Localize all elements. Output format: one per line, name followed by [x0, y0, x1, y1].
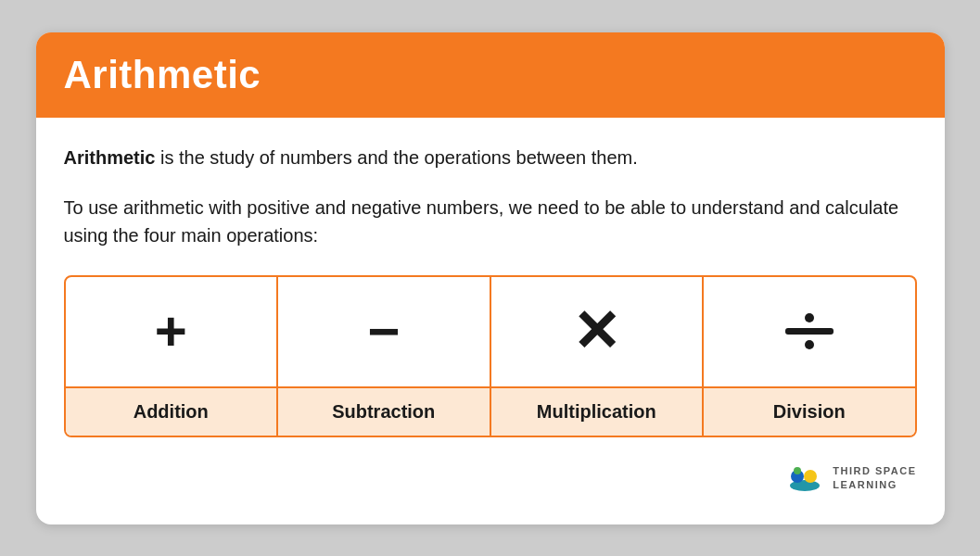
- operations-table: + − ✕ Addition: [64, 275, 917, 437]
- subtraction-label-cell: Subtraction: [278, 388, 491, 436]
- division-line: [785, 328, 834, 335]
- page-title: Arithmetic: [64, 53, 917, 97]
- minus-symbol: −: [367, 304, 400, 360]
- division-label: Division: [773, 401, 846, 423]
- description-2: To use arithmetic with positive and nega…: [64, 194, 917, 249]
- times-symbol: ✕: [572, 303, 620, 360]
- description-1: Arithmetic is the study of numbers and t…: [64, 144, 917, 171]
- logo-text: THIRD SPACE LEARNING: [833, 464, 916, 491]
- plus-symbol: +: [155, 304, 187, 360]
- card-body: Arithmetic is the study of numbers and t…: [36, 118, 945, 524]
- division-symbol-cell: [704, 277, 915, 386]
- multiplication-label: Multiplication: [537, 401, 656, 423]
- logo-line2: LEARNING: [833, 478, 897, 491]
- svg-point-2: [804, 470, 817, 483]
- division-dot-bottom: [805, 340, 814, 349]
- third-space-logo-icon: [784, 458, 825, 499]
- multiplication-label-cell: Multiplication: [491, 388, 705, 436]
- division-label-cell: Division: [704, 388, 915, 436]
- addition-label: Addition: [134, 401, 209, 423]
- logo-row: THIRD SPACE LEARNING: [64, 454, 917, 502]
- symbols-row: + − ✕: [66, 277, 915, 388]
- subtraction-symbol-cell: −: [278, 277, 491, 386]
- division-dot-top: [805, 313, 814, 322]
- description-bold: Arithmetic: [64, 147, 156, 168]
- logo-line1: THIRD SPACE: [833, 464, 916, 477]
- addition-label-cell: Addition: [66, 388, 279, 436]
- card-header: Arithmetic: [36, 32, 945, 118]
- description-rest: is the study of numbers and the operatio…: [155, 147, 637, 168]
- subtraction-label: Subtraction: [332, 401, 435, 423]
- labels-row: Addition Subtraction Multiplication Divi…: [66, 388, 915, 436]
- multiplication-symbol-cell: ✕: [491, 277, 705, 386]
- addition-symbol-cell: +: [66, 277, 279, 386]
- division-icon: [785, 313, 834, 349]
- main-card: Arithmetic Arithmetic is the study of nu…: [36, 32, 945, 524]
- svg-point-3: [794, 467, 801, 474]
